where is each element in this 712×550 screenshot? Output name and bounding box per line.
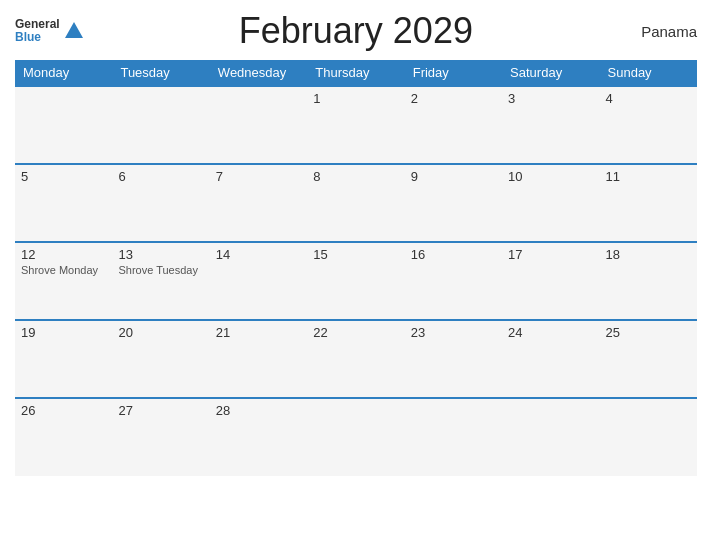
calendar-title: February 2029 (85, 10, 627, 52)
day-number: 19 (21, 325, 106, 340)
day-number: 13 (118, 247, 203, 262)
calendar-week-row: 567891011 (15, 164, 697, 242)
svg-marker-0 (65, 22, 83, 38)
calendar-cell: 14 (210, 242, 307, 320)
day-number: 4 (606, 91, 691, 106)
day-number: 3 (508, 91, 593, 106)
calendar-cell (307, 398, 404, 476)
calendar-cell: 24 (502, 320, 599, 398)
calendar-cell: 20 (112, 320, 209, 398)
calendar-cell: 28 (210, 398, 307, 476)
calendar-header: General Blue February 2029 Panama (15, 10, 697, 52)
calendar-week-row: 19202122232425 (15, 320, 697, 398)
calendar-cell: 2 (405, 86, 502, 164)
day-number: 2 (411, 91, 496, 106)
calendar-cell: 8 (307, 164, 404, 242)
day-number: 17 (508, 247, 593, 262)
calendar-cell: 5 (15, 164, 112, 242)
calendar-cell: 1 (307, 86, 404, 164)
day-number: 22 (313, 325, 398, 340)
calendar-cell: 15 (307, 242, 404, 320)
calendar-cell (112, 86, 209, 164)
col-friday: Friday (405, 60, 502, 86)
day-event: Shrove Monday (21, 264, 106, 276)
calendar-week-row: 1234 (15, 86, 697, 164)
day-number: 15 (313, 247, 398, 262)
calendar-container: General Blue February 2029 Panama Monday… (0, 0, 712, 550)
col-wednesday: Wednesday (210, 60, 307, 86)
calendar-cell: 12Shrove Monday (15, 242, 112, 320)
calendar-cell: 16 (405, 242, 502, 320)
calendar-week-row: 12Shrove Monday13Shrove Tuesday141516171… (15, 242, 697, 320)
calendar-cell (405, 398, 502, 476)
calendar-cell (15, 86, 112, 164)
day-number: 6 (118, 169, 203, 184)
calendar-body: 123456789101112Shrove Monday13Shrove Tue… (15, 86, 697, 476)
day-number: 1 (313, 91, 398, 106)
day-number: 24 (508, 325, 593, 340)
day-number: 5 (21, 169, 106, 184)
calendar-cell: 9 (405, 164, 502, 242)
day-number: 27 (118, 403, 203, 418)
calendar-cell: 25 (600, 320, 697, 398)
logo: General Blue (15, 18, 85, 44)
calendar-cell: 22 (307, 320, 404, 398)
day-number: 18 (606, 247, 691, 262)
day-number: 16 (411, 247, 496, 262)
day-number: 11 (606, 169, 691, 184)
calendar-cell: 4 (600, 86, 697, 164)
calendar-cell: 10 (502, 164, 599, 242)
day-number: 9 (411, 169, 496, 184)
logo-blue-text: Blue (15, 31, 60, 44)
day-number: 10 (508, 169, 593, 184)
calendar-cell: 11 (600, 164, 697, 242)
calendar-cell: 18 (600, 242, 697, 320)
logo-flag-icon (63, 20, 85, 42)
country-label: Panama (627, 23, 697, 40)
day-number: 28 (216, 403, 301, 418)
calendar-cell: 19 (15, 320, 112, 398)
day-number: 14 (216, 247, 301, 262)
calendar-cell: 23 (405, 320, 502, 398)
calendar-cell (600, 398, 697, 476)
calendar-table: Monday Tuesday Wednesday Thursday Friday… (15, 60, 697, 476)
calendar-cell: 3 (502, 86, 599, 164)
calendar-cell: 17 (502, 242, 599, 320)
calendar-cell: 27 (112, 398, 209, 476)
col-saturday: Saturday (502, 60, 599, 86)
col-thursday: Thursday (307, 60, 404, 86)
calendar-cell: 13Shrove Tuesday (112, 242, 209, 320)
calendar-cell (502, 398, 599, 476)
col-tuesday: Tuesday (112, 60, 209, 86)
day-number: 23 (411, 325, 496, 340)
day-number: 12 (21, 247, 106, 262)
day-event: Shrove Tuesday (118, 264, 203, 276)
calendar-cell: 7 (210, 164, 307, 242)
day-number: 8 (313, 169, 398, 184)
day-number: 20 (118, 325, 203, 340)
day-number: 25 (606, 325, 691, 340)
day-number: 7 (216, 169, 301, 184)
day-number: 21 (216, 325, 301, 340)
col-sunday: Sunday (600, 60, 697, 86)
calendar-header-row: Monday Tuesday Wednesday Thursday Friday… (15, 60, 697, 86)
calendar-cell: 26 (15, 398, 112, 476)
calendar-cell (210, 86, 307, 164)
day-number: 26 (21, 403, 106, 418)
calendar-cell: 6 (112, 164, 209, 242)
col-monday: Monday (15, 60, 112, 86)
calendar-cell: 21 (210, 320, 307, 398)
calendar-week-row: 262728 (15, 398, 697, 476)
